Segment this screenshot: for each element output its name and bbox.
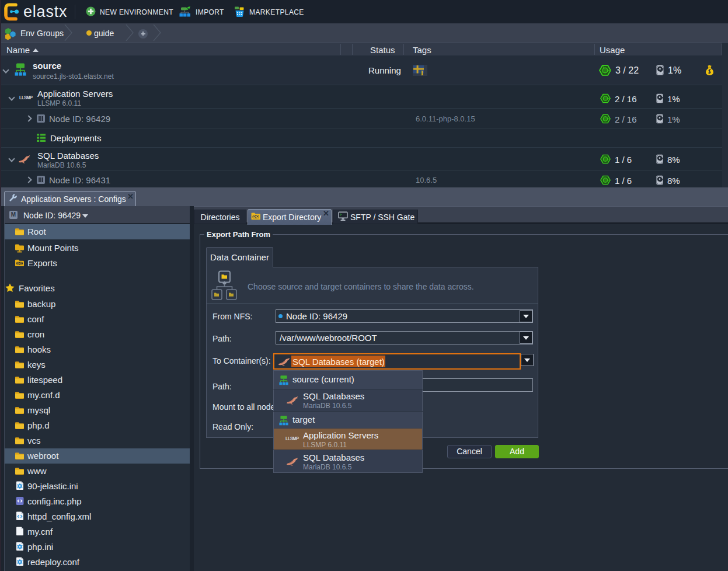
svg-text:I: I xyxy=(421,68,424,76)
